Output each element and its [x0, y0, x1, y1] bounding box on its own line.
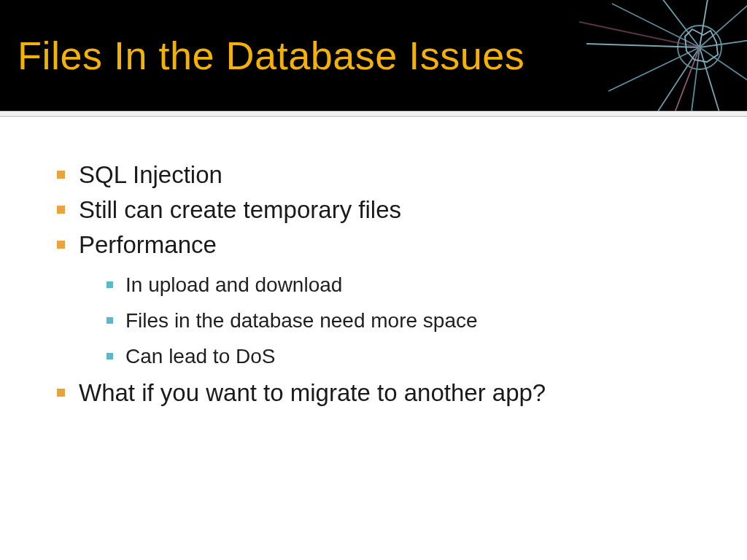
bullet-text: SQL Injection [79, 161, 222, 188]
bullet-text: Files in the database need more space [125, 309, 478, 332]
bullet-text: Can lead to DoS [125, 345, 275, 368]
list-item: Still can create temporary files [53, 192, 718, 228]
slide-header: Files In the Database Issues [0, 0, 747, 111]
list-item: What if you want to migrate to another a… [53, 376, 718, 411]
bullet-text: Still can create temporary files [79, 196, 401, 223]
broken-glass-graphic [543, 0, 747, 111]
bullet-text: In upload and download [125, 273, 342, 296]
list-item: Performance In upload and download Files… [53, 228, 718, 374]
list-item: In upload and download [104, 267, 718, 303]
sub-bullet-list: In upload and download Files in the data… [79, 267, 718, 374]
bullet-text: Performance [79, 231, 217, 258]
bullet-text: What if you want to migrate to another a… [79, 379, 546, 406]
header-divider [0, 111, 747, 117]
slide-body: SQL Injection Still can create temporary… [0, 117, 747, 410]
bullet-list: SQL Injection Still can create temporary… [53, 158, 718, 410]
slide-title: Files In the Database Issues [0, 33, 525, 78]
list-item: SQL Injection [53, 158, 718, 192]
list-item: Files in the database need more space [104, 303, 718, 338]
list-item: Can lead to DoS [104, 338, 718, 374]
